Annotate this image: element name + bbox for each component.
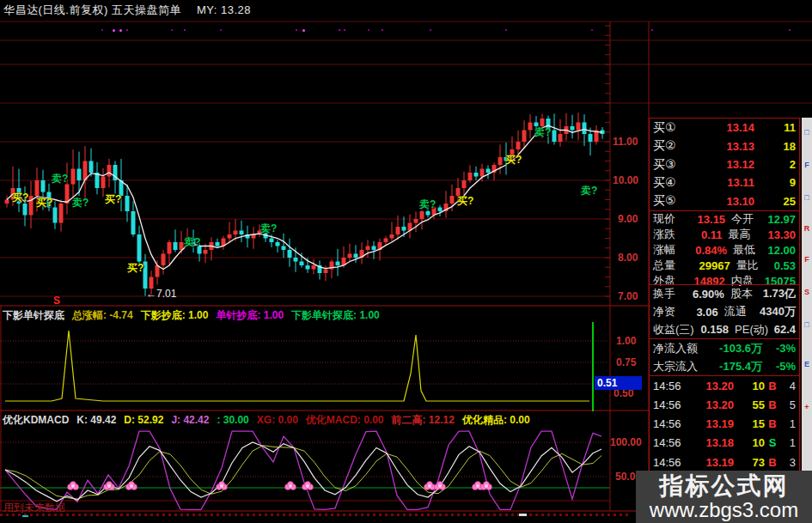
bid-level-label: 买① xyxy=(653,120,687,136)
marker-dot xyxy=(382,29,383,31)
toolbar-glyph[interactable]: R xyxy=(803,224,811,233)
trade-price: 13.19 xyxy=(689,417,734,430)
stat-value: 13.30 xyxy=(767,228,796,241)
low-point-annotation: ←7.01 xyxy=(146,288,176,300)
toolbar-glyph[interactable]: □ xyxy=(803,128,811,137)
bid-price: 13.12 xyxy=(687,158,754,171)
toolbar-glyph[interactable]: □ xyxy=(803,320,811,329)
stat-value: 12.00 xyxy=(767,244,796,257)
trade-side: B xyxy=(765,380,780,392)
buy-signal-label: 买? xyxy=(105,192,121,207)
stat-label: 流通 xyxy=(724,304,760,319)
trade-side: B xyxy=(765,456,780,469)
indicator-header-part: : 30.00 xyxy=(217,414,248,426)
trade-time: 14:56 xyxy=(653,417,689,430)
quote-stat-row: 总量29967量比0.53 xyxy=(650,258,799,273)
indicator-header-part: K: 49.42 xyxy=(76,414,116,426)
toolbar-glyph[interactable]: □ xyxy=(803,193,811,202)
watermark-site-url: www.zbgs3.com xyxy=(650,499,798,521)
bid-row[interactable]: 买②13.1318 xyxy=(650,137,799,155)
trade-price: 13.19 xyxy=(689,456,734,469)
trade-side: B xyxy=(765,417,780,430)
marker-dot xyxy=(296,29,297,31)
stat-value: 4340万 xyxy=(760,304,796,319)
bid-level-label: 买③ xyxy=(653,157,687,173)
watermark: 指标公式网 www.zbgs3.com xyxy=(636,471,812,523)
stat-value: 1.73亿 xyxy=(763,286,796,301)
marker-dot xyxy=(430,29,431,31)
marker-dot xyxy=(220,29,222,31)
bid-row[interactable]: 买④13.119 xyxy=(650,173,799,192)
fund-stat-row: 换手6.90%股本1.73亿 xyxy=(650,285,799,303)
toolbar-glyph[interactable]: + xyxy=(803,403,811,411)
toolbar-glyph[interactable]: F xyxy=(803,161,811,169)
trade-volume: 73 xyxy=(734,456,765,469)
quote-stat-row: 涨幅0.84%最低12.00 xyxy=(650,242,799,258)
panel2-tick-075: 0.75 xyxy=(616,356,636,368)
panel2-last-value-badge: 0.51 xyxy=(595,376,642,390)
toolbar-glyph[interactable]: E xyxy=(803,360,811,368)
indicator-header-part: 下影单针探底 xyxy=(3,309,64,321)
sell-signal-label: 卖? xyxy=(52,172,68,186)
stat-label: 股本 xyxy=(730,286,763,301)
bid-volume: 11 xyxy=(766,121,796,134)
flower-marker xyxy=(481,482,492,490)
right-toolbar-strip: □F□RFS□E+ xyxy=(802,118,812,477)
trade-count: 4 xyxy=(780,380,796,392)
indicator-header-part: 总涨幅: -4.74 xyxy=(72,309,133,321)
lower-shadow-indicator-header: 下影单针探底总涨幅: -4.74下影抄底: 1.00单针抄底: 1.00下影单针… xyxy=(3,308,388,323)
price-tick-7: 7.00 xyxy=(618,290,638,302)
indicator-header-part: D: 52.92 xyxy=(124,414,163,426)
trade-time: 14:56 xyxy=(653,436,689,449)
trade-row: 14:5613.1973B3 xyxy=(650,453,799,471)
stat-value: 62.4 xyxy=(774,323,796,336)
bid-price: 13.10 xyxy=(687,195,754,208)
marker-dot xyxy=(651,29,653,31)
money-flow-row: 大宗流入-175.4万-5% xyxy=(650,357,799,375)
bid-level-label: 买⑤ xyxy=(653,193,687,209)
bid-row[interactable]: 买⑤13.1025 xyxy=(650,192,799,210)
timeline-start-tick xyxy=(22,515,28,517)
trade-price: 13.20 xyxy=(689,380,734,392)
bid-volume: 9 xyxy=(766,176,796,189)
flow-percent: -3% xyxy=(767,342,796,355)
bid-price: 13.13 xyxy=(687,140,754,153)
sell-signal-label: 卖? xyxy=(419,198,436,212)
bid-volume: 18 xyxy=(766,140,796,153)
sell-signal-label: 卖? xyxy=(72,196,89,210)
stat-value: 13.15 xyxy=(698,213,726,226)
bid-price: 13.14 xyxy=(687,121,754,134)
marker-dot xyxy=(344,29,345,31)
sell-signal-label: 卖? xyxy=(184,235,200,250)
toolbar-glyph[interactable]: F xyxy=(803,255,811,264)
stat-label: PE(动) xyxy=(735,322,774,338)
bid-row[interactable]: 买③13.122 xyxy=(650,155,799,173)
buy-signal-label: 买? xyxy=(12,191,28,205)
sell-signal-s-marker: S xyxy=(53,295,60,307)
buy-signal-label: 买? xyxy=(457,194,473,209)
flower-marker xyxy=(424,482,436,490)
panel3-tick-100: 100.00 xyxy=(610,436,642,448)
stat-value: 3.06 xyxy=(696,306,717,319)
stat-value: 29967 xyxy=(699,259,730,272)
flower-marker xyxy=(126,482,137,490)
stat-value: 0.158 xyxy=(701,323,730,336)
trade-volume: 55 xyxy=(734,398,765,411)
indicator-header-part: 单针抄底: 1.00 xyxy=(216,309,284,321)
marker-dot xyxy=(789,29,791,31)
flower-marker xyxy=(104,482,115,490)
quote-panel: 买①13.1411买②13.1318买③13.122买④13.119买⑤13.1… xyxy=(649,118,800,511)
trade-row: 14:5613.1915B1 xyxy=(650,415,799,434)
flower-marker xyxy=(68,482,79,490)
trade-count: 5 xyxy=(780,398,796,411)
money-flow-section: 净流入额-103.6万-3%大宗流入-175.4万-5% xyxy=(650,338,799,375)
indicator-header-part: J: 42.42 xyxy=(171,414,209,426)
price-tick-9: 9.00 xyxy=(618,213,638,225)
indicator-header-part: 下影单针探底: 1.00 xyxy=(291,309,380,321)
toolbar-glyph[interactable]: S xyxy=(803,288,811,296)
stat-value: 0.84% xyxy=(695,244,727,257)
bid-row[interactable]: 买①13.1411 xyxy=(650,119,799,137)
trade-count: 1 xyxy=(780,436,796,449)
marker-dot xyxy=(119,29,122,32)
bid-level-label: 买② xyxy=(653,138,687,154)
